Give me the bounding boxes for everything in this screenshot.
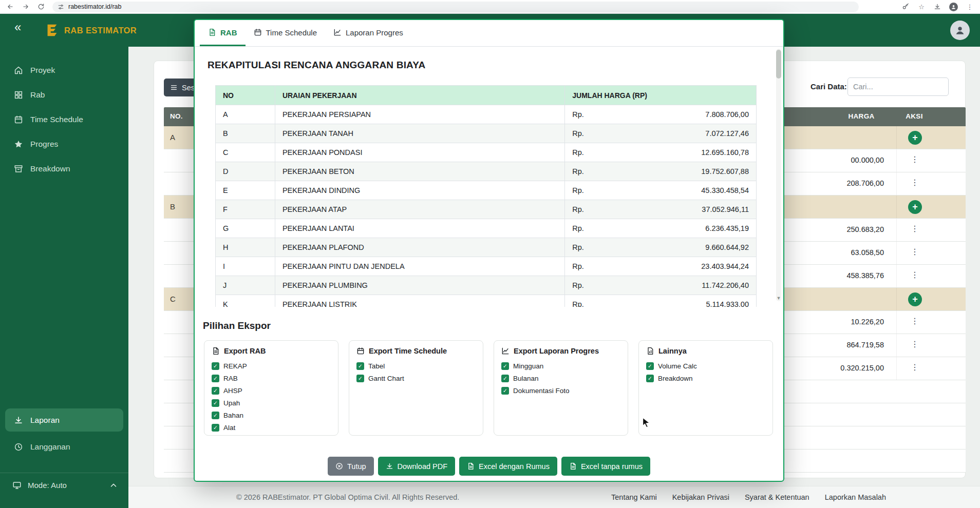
export-option-label: AHSP <box>223 387 242 395</box>
bookmark-star-icon[interactable]: ☆ <box>917 3 926 11</box>
export-option[interactable]: ✓ Volume Calc <box>646 360 765 372</box>
footer-link[interactable]: Laporkan Masalah <box>825 493 886 501</box>
file-icon <box>208 28 216 36</box>
group-letter: B <box>170 202 175 211</box>
export-option-label: Alat <box>223 424 235 432</box>
close-button[interactable]: Tutup <box>328 457 374 476</box>
checkbox-checked-icon[interactable]: ✓ <box>212 424 219 432</box>
tab-time-schedule[interactable]: Time Schedule <box>246 20 326 46</box>
download-pdf-button[interactable]: Download PDF <box>378 457 456 476</box>
export-option[interactable]: ✓ Alat <box>212 421 331 434</box>
excel-with-formulas-button[interactable]: Excel dengan Rumus <box>459 457 557 476</box>
rekap-row: D PEKERJAAN BETON Rp. 19.752.607,88 <box>216 162 757 181</box>
url-bar[interactable]: rabestimator.id/rab <box>52 2 859 12</box>
row-menu-button[interactable]: ⋮ <box>910 178 920 187</box>
site-settings-icon[interactable] <box>58 4 64 10</box>
footer-link[interactable]: Tentang Kami <box>611 493 657 501</box>
search-input[interactable] <box>847 77 949 96</box>
scrollbar-track[interactable] <box>776 49 781 301</box>
amount: 6.236.435,19 <box>705 224 749 232</box>
reload-icon[interactable] <box>37 3 45 11</box>
sidebar-item-label: Laporan <box>30 416 60 425</box>
checkbox-checked-icon[interactable]: ✓ <box>646 362 654 370</box>
checkbox-checked-icon[interactable]: ✓ <box>212 375 219 382</box>
export-group-lainnya: Lainnya ✓ Volume Calc ✓ Breakdown <box>638 340 773 436</box>
export-option[interactable]: ✓ Tabel <box>356 360 476 372</box>
forward-icon[interactable] <box>22 3 30 11</box>
checkbox-checked-icon[interactable]: ✓ <box>212 362 219 370</box>
dialog-scroll-area: REKAPITULASI RENCANA ANGGARAN BIAYA NO U… <box>195 47 783 307</box>
sidebar-item-proyek[interactable]: Proyek <box>0 58 128 83</box>
checkbox-checked-icon[interactable]: ✓ <box>501 375 509 382</box>
export-group-header: Export RAB <box>212 347 331 355</box>
checkbox-checked-icon[interactable]: ✓ <box>356 375 364 382</box>
export-option[interactable]: ✓ Bulanan <box>501 372 620 384</box>
column-divider <box>896 334 897 357</box>
page-footer: © 2026 RABEstimator. PT Global Optima Ci… <box>128 486 980 508</box>
monitor-icon <box>12 481 22 490</box>
sidebar-item-time-schedule[interactable]: Time Schedule <box>0 107 128 132</box>
export-option-label: Bahan <box>223 412 243 419</box>
tab-rab[interactable]: RAB <box>200 20 246 46</box>
sidebar-item-langganan[interactable]: Langganan <box>0 435 128 458</box>
export-option[interactable]: ✓ Upah <box>212 397 331 409</box>
row-menu-button[interactable]: ⋮ <box>910 339 920 349</box>
row-menu-button[interactable]: ⋮ <box>910 247 920 257</box>
export-option[interactable]: ✓ RAB <box>212 372 331 384</box>
row-menu-button[interactable]: ⋮ <box>910 362 920 372</box>
currency-label: Rp. <box>572 186 584 194</box>
checkbox-checked-icon[interactable]: ✓ <box>212 387 219 395</box>
downloads-icon[interactable] <box>933 3 941 11</box>
sidebar-item-laporan[interactable]: Laporan <box>5 408 123 432</box>
sidebar-item-progres[interactable]: Progres <box>0 132 128 157</box>
add-item-button[interactable]: + <box>908 292 922 306</box>
add-item-button[interactable]: + <box>908 131 922 145</box>
export-option[interactable]: ✓ AHSP <box>212 384 331 397</box>
cell-uraian: PEKERJAAN BETON <box>275 162 564 181</box>
password-key-icon[interactable] <box>901 3 910 11</box>
column-divider <box>896 357 897 380</box>
checkbox-checked-icon[interactable]: ✓ <box>212 412 219 419</box>
export-option[interactable]: ✓ Mingguan <box>501 360 620 372</box>
calendar-icon <box>14 115 23 124</box>
cell-uraian: PEKERJAAN ATAP <box>275 200 564 219</box>
browser-profile-icon[interactable] <box>949 3 958 11</box>
sidebar-item-label: Rab <box>30 90 45 100</box>
row-menu-button[interactable]: ⋮ <box>910 316 920 326</box>
cell-no: C <box>216 143 275 162</box>
row-menu-button[interactable]: ⋮ <box>910 154 920 164</box>
export-option[interactable]: ✓ Breakdown <box>646 372 765 384</box>
tab-laporan-progres[interactable]: Laporan Progres <box>325 20 411 46</box>
browser-menu-icon[interactable]: ⋮ <box>966 3 974 11</box>
tab-label: Time Schedule <box>266 28 317 37</box>
scrollbar-thumb[interactable] <box>776 50 781 79</box>
back-icon[interactable] <box>6 3 14 11</box>
amount: 23.403.944,24 <box>701 262 749 270</box>
checkbox-checked-icon[interactable]: ✓ <box>212 399 219 407</box>
export-option[interactable]: ✓ Dokumentasi Foto <box>501 384 620 397</box>
row-menu-button[interactable]: ⋮ <box>910 270 920 280</box>
row-menu-button[interactable]: ⋮ <box>910 224 920 233</box>
checkbox-checked-icon[interactable]: ✓ <box>356 362 364 370</box>
excel-without-formulas-button[interactable]: Excel tanpa rumus <box>561 457 650 476</box>
sidebar-item-breakdown[interactable]: Breakdown <box>0 157 128 181</box>
user-avatar[interactable] <box>950 21 970 40</box>
checkbox-checked-icon[interactable]: ✓ <box>501 362 509 370</box>
sidebar-collapse-icon[interactable]: « <box>14 20 21 34</box>
sidebar-item-rab[interactable]: Rab <box>0 83 128 107</box>
footer-link[interactable]: Kebijakan Privasi <box>672 493 729 501</box>
footer-link[interactable]: Syarat & Ketentuan <box>745 493 809 501</box>
export-option[interactable]: ✓ Gantt Chart <box>356 372 476 384</box>
column-header-no: NO. <box>170 112 183 120</box>
scroll-down-icon[interactable]: ▼ <box>776 296 782 301</box>
export-option[interactable]: ✓ REKAP <box>212 360 331 372</box>
column-divider <box>896 219 897 241</box>
cell-no: K <box>216 295 275 307</box>
button-label: Excel tanpa rumus <box>581 462 643 471</box>
export-option[interactable]: ✓ Bahan <box>212 409 331 421</box>
checkbox-checked-icon[interactable]: ✓ <box>501 387 509 395</box>
cell-no: B <box>216 124 275 143</box>
add-item-button[interactable]: + <box>908 200 922 214</box>
mode-toggle[interactable]: Mode: Auto <box>0 473 128 497</box>
checkbox-checked-icon[interactable]: ✓ <box>646 375 654 382</box>
